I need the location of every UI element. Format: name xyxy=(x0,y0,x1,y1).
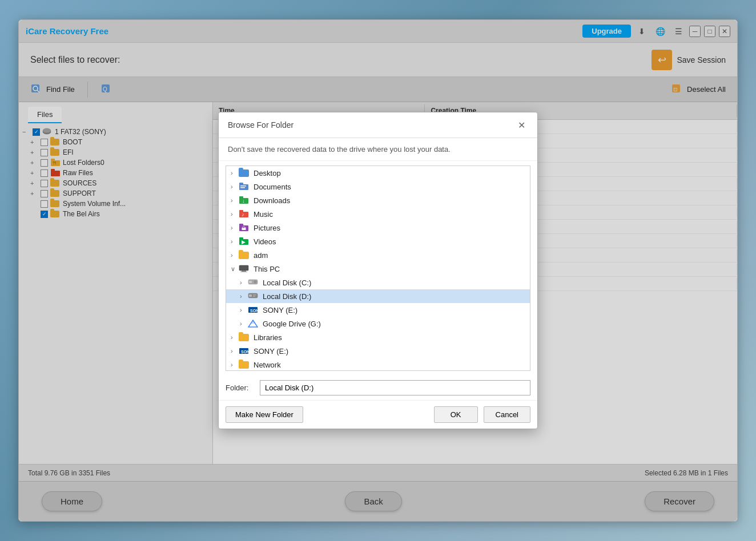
svg-text:▶: ▶ xyxy=(242,239,246,245)
svg-rect-32 xyxy=(240,272,247,272)
expand-this-pc[interactable]: ∨ xyxy=(231,265,239,273)
dialog-title-bar: Browse For Folder ✕ xyxy=(219,112,537,138)
svg-rect-37 xyxy=(249,294,252,297)
dialog-label-videos: Videos xyxy=(254,237,276,246)
folder-icon-videos: ▶ xyxy=(239,237,250,246)
dialog-tree-item-music[interactable]: › ♪ Music xyxy=(226,207,530,221)
dialog-label-documents: Documents xyxy=(254,183,291,191)
folder-icon-music: ♪ xyxy=(239,209,250,219)
dialog-label-desktop: Desktop xyxy=(254,169,281,177)
dialog-label-adm: adm xyxy=(254,251,268,260)
svg-text:♪: ♪ xyxy=(242,212,244,217)
dialog-close-button[interactable]: ✕ xyxy=(514,118,528,132)
dialog-buttons: Make New Folder OK Cancel xyxy=(219,400,537,429)
expand-pictures[interactable]: › xyxy=(231,224,239,231)
folder-icon-pictures: 🏔 xyxy=(239,223,250,232)
dialog-tree-item-disk-d[interactable]: › Local Disk (D:) xyxy=(226,289,530,303)
expand-network[interactable]: › xyxy=(231,361,239,368)
expand-documents[interactable]: › xyxy=(231,183,239,190)
svg-rect-31 xyxy=(242,270,246,272)
dialog-label-gdrive: Google Drive (G:) xyxy=(263,320,321,328)
folder-icon-desktop xyxy=(239,168,250,177)
folder-icon-libraries xyxy=(239,333,250,342)
dialog-tree-item-network[interactable]: › Network xyxy=(226,358,530,371)
folder-icon-network xyxy=(239,360,250,369)
dialog-tree-item-desktop[interactable]: › Desktop xyxy=(226,166,530,180)
dialog-title: Browse For Folder xyxy=(228,120,293,130)
svg-text:🏔: 🏔 xyxy=(242,226,246,231)
expand-desktop[interactable]: › xyxy=(231,169,239,176)
expand-downloads[interactable]: › xyxy=(231,197,239,204)
dialog-label-network: Network xyxy=(254,361,281,369)
expand-disk-c[interactable]: › xyxy=(240,279,248,286)
browse-folder-dialog: Browse For Folder ✕ Don't save the recov… xyxy=(218,112,538,429)
dialog-label-disk-d: Local Disk (D:) xyxy=(263,292,311,301)
svg-rect-16 xyxy=(240,185,246,187)
folder-icon-gdrive xyxy=(248,319,259,328)
svg-text:SONY: SONY xyxy=(250,309,258,313)
dialog-tree-item-pictures[interactable]: › 🏔 Pictures xyxy=(226,221,530,235)
svg-marker-43 xyxy=(250,320,256,324)
dialog-tree-container[interactable]: › Desktop › Documents xyxy=(226,165,530,371)
dialog-label-pictures: Pictures xyxy=(254,224,280,232)
svg-rect-39 xyxy=(253,296,255,297)
dialog-cancel-button[interactable]: Cancel xyxy=(484,406,530,423)
folder-icon-documents xyxy=(239,182,250,191)
dialog-tree-item-sony-e-top[interactable]: › SONY SONY (E:) xyxy=(226,344,530,358)
dialog-label-music: Music xyxy=(254,210,273,219)
dialog-label-this-pc: This PC xyxy=(254,265,280,273)
svg-text:SONY: SONY xyxy=(241,350,249,354)
dialog-tree-item-videos[interactable]: › ▶ Videos xyxy=(226,235,530,248)
expand-gdrive[interactable]: › xyxy=(240,320,248,327)
folder-icon-this-pc xyxy=(239,264,250,273)
svg-rect-30 xyxy=(239,265,248,270)
dialog-tree-item-adm[interactable]: › adm xyxy=(226,248,530,262)
dialog-label-disk-c: Local Disk (C:) xyxy=(263,278,311,287)
dialog-tree-item-disk-c[interactable]: › Local Disk (C:) xyxy=(226,276,530,289)
dialog-tree-item-downloads[interactable]: › ↓ Downloads xyxy=(226,193,530,207)
folder-icon-downloads: ↓ xyxy=(239,196,250,205)
dialog-tree-item-this-pc[interactable]: ∨ This PC xyxy=(226,262,530,276)
svg-point-35 xyxy=(254,281,256,283)
expand-videos[interactable]: › xyxy=(231,238,239,245)
expand-sony-e-top[interactable]: › xyxy=(231,348,239,354)
folder-input[interactable] xyxy=(260,380,530,395)
svg-rect-34 xyxy=(249,281,252,283)
folder-label: Folder: xyxy=(226,383,254,392)
folder-icon-sony-e: SONY xyxy=(248,305,259,314)
expand-sony-e[interactable]: › xyxy=(240,306,248,313)
main-window: iCare Recovery Free Upgrade ⬇ 🌐 ☰ ─ □ ✕ … xyxy=(18,19,738,522)
folder-input-area: Folder: xyxy=(219,376,537,400)
svg-text:↓: ↓ xyxy=(242,198,245,204)
dialog-tree-item-documents[interactable]: › Documents xyxy=(226,180,530,193)
expand-libraries[interactable]: › xyxy=(231,334,239,341)
dialog-tree-item-sony-e[interactable]: › SONY SONY (E:) xyxy=(226,303,530,317)
expand-adm[interactable]: › xyxy=(231,252,239,259)
folder-icon-disk-c xyxy=(248,278,259,287)
dialog-label-libraries: Libraries xyxy=(254,333,282,342)
dialog-label-sony-e: SONY (E:) xyxy=(263,306,297,314)
dialog-ok-button[interactable]: OK xyxy=(434,406,478,423)
dialog-label-downloads: Downloads xyxy=(254,196,290,205)
svg-rect-38 xyxy=(253,294,256,296)
dialog-warning: Don't save the recovered data to the dri… xyxy=(219,138,537,161)
folder-icon-disk-d xyxy=(248,292,259,301)
dialog-label-sony-e-top: SONY (E:) xyxy=(254,347,288,356)
svg-rect-15 xyxy=(239,183,243,185)
expand-disk-d[interactable]: › xyxy=(240,293,248,300)
dialog-tree-item-libraries[interactable]: › Libraries xyxy=(226,330,530,344)
expand-music[interactable]: › xyxy=(231,211,239,217)
make-new-folder-button[interactable]: Make New Folder xyxy=(226,406,303,423)
folder-icon-adm xyxy=(239,251,250,260)
dialog-tree-item-gdrive[interactable]: › Google Drive (G:) xyxy=(226,317,530,330)
dialog-overlay: Browse For Folder ✕ Don't save the recov… xyxy=(19,20,737,521)
svg-rect-17 xyxy=(240,187,245,188)
folder-icon-sony-e-top: SONY xyxy=(239,346,250,356)
